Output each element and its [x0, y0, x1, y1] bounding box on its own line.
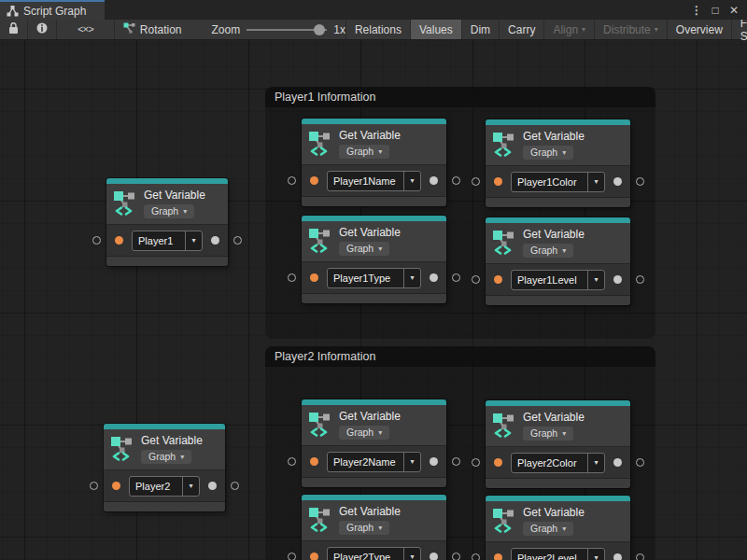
outer-input-port[interactable]	[472, 177, 480, 186]
outer-input-port[interactable]	[288, 553, 296, 560]
zoom-slider-handle[interactable]	[314, 24, 325, 35]
toolbar-button-dim[interactable]: Dim	[461, 20, 499, 39]
value-output-port[interactable]	[430, 457, 438, 466]
variable-scope-dropdown[interactable]: Graph ▾	[141, 450, 191, 464]
value-input-port[interactable]	[494, 177, 502, 186]
outer-output-port[interactable]	[231, 482, 239, 490]
get-variable-node[interactable]: Get Variable Graph ▾ Player1Type ▾	[302, 216, 446, 303]
outer-input-port[interactable]	[472, 275, 480, 284]
graph-breadcrumb[interactable]: Rotation	[115, 22, 191, 37]
variable-scope-dropdown[interactable]: Graph ▾	[523, 522, 573, 536]
variable-scope-dropdown[interactable]: Graph ▾	[523, 244, 573, 258]
value-output-port[interactable]	[613, 458, 622, 467]
get-variable-node[interactable]: Get Variable Graph ▾ Player2Level ▾	[486, 496, 630, 560]
get-variable-node[interactable]: Get Variable Graph ▾ Player1Color ▾	[486, 119, 630, 207]
close-icon[interactable]: ✕	[726, 4, 741, 17]
outer-output-port[interactable]	[452, 553, 460, 560]
info-button[interactable]	[28, 20, 56, 39]
graph-canvas[interactable]: Player1 Information Player2 Information	[0, 40, 747, 560]
variable-name-dropdown[interactable]: Player1Level ▾	[511, 270, 605, 290]
variable-name-dropdown[interactable]: Player1Name ▾	[327, 171, 421, 191]
get-variable-node[interactable]: Get Variable Graph ▾ Player2Name ▾	[302, 399, 446, 487]
node-header[interactable]: Get Variable Graph ▾	[486, 501, 630, 541]
lock-button[interactable]	[0, 20, 27, 39]
toolbar-button-overview[interactable]: Overview	[667, 20, 731, 39]
variable-name-dropdown[interactable]: Player2Level ▾	[511, 548, 605, 560]
outer-output-port[interactable]	[636, 553, 644, 560]
node-header[interactable]: Get Variable Graph ▾	[302, 124, 446, 164]
outer-output-port[interactable]	[233, 236, 242, 245]
maximize-icon[interactable]: □	[708, 4, 723, 17]
value-output-port[interactable]	[211, 236, 219, 245]
node-header[interactable]: Get Variable Graph ▾	[302, 405, 446, 445]
outer-input-port[interactable]	[472, 553, 480, 560]
node-header[interactable]: Get Variable Graph ▾	[486, 223, 630, 263]
outer-output-port[interactable]	[452, 176, 460, 185]
variable-scope-dropdown[interactable]: Graph ▾	[339, 521, 389, 535]
value-input-port[interactable]	[494, 553, 502, 560]
node-header[interactable]: Get Variable Graph ▾	[106, 184, 228, 224]
value-input-port[interactable]	[310, 553, 318, 560]
value-input-port[interactable]	[310, 273, 318, 282]
outer-input-port[interactable]	[288, 273, 296, 282]
value-output-port[interactable]	[208, 482, 217, 490]
value-output-port[interactable]	[430, 553, 438, 560]
variable-scope-dropdown[interactable]: Graph ▾	[523, 427, 573, 441]
variable-scope-dropdown[interactable]: Graph ▾	[339, 426, 389, 440]
toolbar-button-relations[interactable]: Relations	[345, 20, 410, 39]
value-input-port[interactable]	[115, 236, 123, 245]
node-header[interactable]: Get Variable Graph ▾	[486, 406, 630, 446]
outer-input-port[interactable]	[288, 176, 296, 185]
node-header[interactable]: Get Variable Graph ▾	[486, 125, 630, 165]
outer-output-port[interactable]	[636, 177, 644, 186]
variable-scope-dropdown[interactable]: Graph ▾	[523, 146, 573, 160]
outer-input-port[interactable]	[90, 482, 98, 490]
toolbar-button-values[interactable]: Values	[410, 20, 461, 39]
variable-name-dropdown[interactable]: Player2Color ▾	[511, 453, 605, 473]
variable-name-dropdown[interactable]: Player2Type ▾	[327, 547, 421, 560]
variable-scope-dropdown[interactable]: Graph ▾	[144, 204, 194, 218]
window-menu-icon[interactable]: ⋮	[689, 4, 704, 17]
code-preview-button[interactable]: <×>	[57, 20, 114, 39]
value-input-port[interactable]	[494, 458, 502, 467]
outer-input-port[interactable]	[92, 236, 101, 245]
get-variable-node[interactable]: Get Variable Graph ▾ Player2Color ▾	[486, 400, 630, 488]
outer-input-port[interactable]	[472, 458, 480, 467]
value-input-port[interactable]	[494, 275, 502, 284]
tab-script-graph[interactable]: Script Graph	[0, 0, 105, 20]
value-output-port[interactable]	[613, 553, 622, 560]
outer-output-port[interactable]	[636, 275, 644, 284]
zoom-slider[interactable]	[247, 24, 327, 35]
outer-output-port[interactable]	[452, 273, 460, 282]
chevron-down-icon: ▾	[587, 549, 604, 560]
value-input-port[interactable]	[310, 176, 318, 185]
outer-input-port[interactable]	[288, 457, 296, 466]
get-variable-node[interactable]: Get Variable Graph ▾ Player2Type ▾	[302, 495, 446, 560]
outer-output-port[interactable]	[452, 457, 460, 466]
value-output-port[interactable]	[613, 177, 622, 186]
node-header[interactable]: Get Variable Graph ▾	[302, 221, 446, 261]
value-output-port[interactable]	[430, 273, 438, 282]
outer-output-port[interactable]	[636, 458, 644, 467]
group-header[interactable]: Player2 Information	[265, 346, 655, 367]
variable-name-dropdown[interactable]: Player2Name ▾	[327, 452, 421, 472]
group-header[interactable]: Player1 Information	[265, 87, 655, 107]
toolbar-button-full-screen[interactable]: Full Screen	[731, 20, 747, 39]
get-variable-node[interactable]: Get Variable Graph ▾ Player1Name ▾	[302, 119, 446, 206]
variable-scope-dropdown[interactable]: Graph ▾	[339, 242, 389, 256]
node-header[interactable]: Get Variable Graph ▾	[104, 429, 225, 469]
node-header[interactable]: Get Variable Graph ▾	[302, 500, 446, 540]
value-output-port[interactable]	[613, 275, 622, 284]
get-variable-node[interactable]: Get Variable Graph ▾ Player1 ▾	[106, 178, 228, 266]
variable-name-dropdown[interactable]: Player1 ▾	[132, 231, 203, 251]
get-variable-node[interactable]: Get Variable Graph ▾ Player2 ▾	[104, 424, 225, 511]
value-input-port[interactable]	[112, 482, 120, 490]
variable-name-dropdown[interactable]: Player1Color ▾	[511, 172, 605, 192]
get-variable-node[interactable]: Get Variable Graph ▾ Player1Level ▾	[486, 217, 630, 305]
variable-scope-dropdown[interactable]: Graph ▾	[339, 145, 389, 159]
variable-name-dropdown[interactable]: Player1Type ▾	[327, 268, 421, 288]
variable-name-dropdown[interactable]: Player2 ▾	[129, 476, 200, 497]
toolbar-button-carry[interactable]: Carry	[499, 20, 543, 39]
value-output-port[interactable]	[430, 176, 438, 185]
value-input-port[interactable]	[310, 457, 318, 466]
